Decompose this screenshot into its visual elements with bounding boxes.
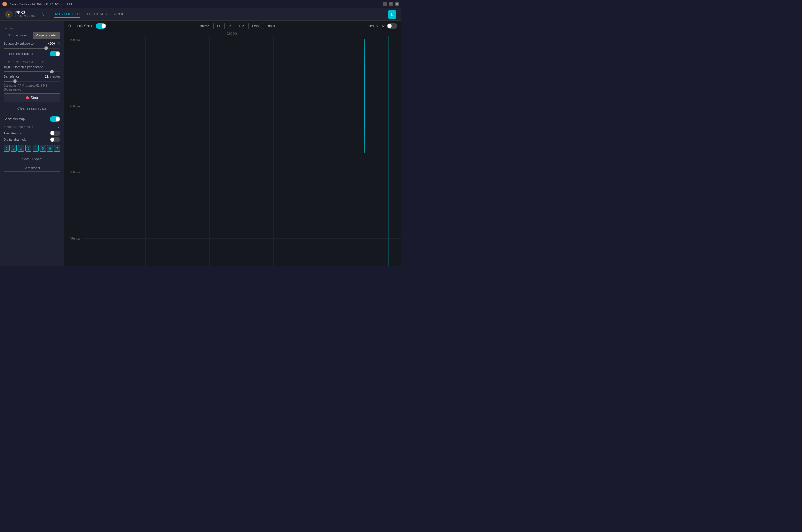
digital-channels-toggle[interactable] <box>50 137 60 142</box>
nav: ⚡ PPK2 E1B2F90E88BE ⚠ DATA LOGGERFEEDBAC… <box>0 8 401 21</box>
delta-label-top: Δ10:00m <box>64 32 401 36</box>
warning-icon: ⚠ <box>40 12 44 17</box>
ampere-meter-button[interactable]: Ampere meter <box>33 32 60 39</box>
lock-yaxis-toggle[interactable] <box>96 23 106 28</box>
chevron-up-icon: ▲ <box>57 126 60 129</box>
digital-channels-label: Digital channels <box>3 138 26 141</box>
stop-icon <box>26 96 29 99</box>
power-output-label: Enable power output <box>3 52 33 56</box>
svg-text:⚡: ⚡ <box>7 13 10 16</box>
nav-logo: ⚡ PPK2 E1B2F90E88BE ⚠ <box>5 10 44 19</box>
supply-voltage-label: Set supply voltage to <box>3 42 34 45</box>
titlebar-title: Power Profiler v4.0.0-beta6: E1B2F90E88B… <box>9 2 74 6</box>
power-output-toggle[interactable] <box>50 51 60 56</box>
lock-yaxis-label: Lock Y-axis <box>75 24 93 28</box>
mode-label: MODE <box>3 27 60 30</box>
source-meter-button[interactable]: Source meter <box>3 32 32 39</box>
nav-tab-about[interactable]: ABOUT <box>114 11 127 18</box>
timestamps-toggle[interactable] <box>50 131 60 136</box>
channel-btn-1[interactable]: 1 <box>11 145 17 152</box>
show-minimap-row: Show Minimap <box>3 116 60 122</box>
live-view: LIVE VIEW <box>368 23 398 28</box>
channel-btn-0[interactable]: 0 <box>3 145 10 152</box>
save-export-button[interactable]: Save / Export <box>3 155 60 163</box>
chart-main: 300 mA 250 mA 200 mA 150 mA 100 mA 50 mA… <box>64 36 401 266</box>
sample-for-slider[interactable] <box>3 80 60 82</box>
gear-icon[interactable]: ⚙ <box>68 24 72 28</box>
chart-svg <box>82 36 401 266</box>
sampling-label: SAMPLING PARAMETERS <box>3 60 60 63</box>
channel-btn-7[interactable]: 7 <box>54 145 60 152</box>
digital-channels-row: Digital channels <box>3 137 60 142</box>
timestamps-label: Timestamps <box>3 131 21 135</box>
live-view-label: LIVE VIEW <box>368 24 384 27</box>
nav-device-name: PPK2 <box>15 10 37 15</box>
channel-row: 01234567 <box>3 145 60 152</box>
y-label-250: 250 mA <box>66 104 80 108</box>
channel-btn-4[interactable]: 4 <box>33 145 39 152</box>
chart-area: Δ10:00m 300 mA 250 mA 200 mA 150 mA 100 … <box>64 32 401 266</box>
sample-for-label: Sample for <box>3 75 19 78</box>
titlebar-left: ⚡ Power Profiler v4.0.0-beta6: E1B2F90E8… <box>2 2 74 6</box>
time-btn-1min[interactable]: 1min <box>248 23 262 29</box>
samples-slider[interactable] <box>3 71 60 72</box>
time-btn-3s[interactable]: 3s <box>224 23 235 29</box>
samples-per-second: 10,000 samples per second <box>3 65 60 69</box>
show-minimap-label: Show Minimap <box>3 117 25 121</box>
sidebar: MODE Source meter Ampere meter Set suppl… <box>0 21 64 266</box>
time-btn-100ms[interactable]: 100ms <box>196 23 212 29</box>
time-btn-1s[interactable]: 1s <box>213 23 223 29</box>
app: ⚡ PPK2 E1B2F90E88BE ⚠ DATA LOGGERFEEDBAC… <box>0 8 401 266</box>
nrf-connect-icon: N <box>388 10 396 19</box>
main-area: ⚙ Lock Y-axis 100ms1s3s10s1min10min LIVE… <box>64 21 401 266</box>
timestamps-row: Timestamps <box>3 131 60 136</box>
live-view-toggle[interactable] <box>387 23 398 28</box>
nav-tabs: DATA LOGGERFEEDBACKABOUT <box>54 11 127 18</box>
y-label-300: 300 mA <box>66 38 80 41</box>
display-options-section: DISPLAY OPTIONS ▲ <box>3 126 60 129</box>
channel-btn-3[interactable]: 3 <box>25 145 32 152</box>
supply-voltage-value: 4200 mV <box>48 42 60 45</box>
maximize-button[interactable]: □ <box>389 2 393 6</box>
titlebar: ⚡ Power Profiler v4.0.0-beta6: E1B2F90E8… <box>0 0 401 8</box>
titlebar-controls[interactable]: — □ ✕ <box>383 2 399 6</box>
period-label: 100 us period <box>3 88 60 91</box>
time-btn-10min[interactable]: 10min <box>263 23 278 29</box>
lock-yaxis-row: Lock Y-axis <box>75 23 106 28</box>
clear-session-button[interactable]: Clear session data <box>3 104 60 113</box>
action-buttons: Save / Export Screenshot <box>3 155 60 173</box>
sample-for-row: Sample for 22 minutes <box>3 75 60 78</box>
nav-device-info: PPK2 E1B2F90E88BE <box>15 10 37 19</box>
chart-plot[interactable] <box>82 36 401 266</box>
y-axis: 300 mA 250 mA 200 mA 150 mA 100 mA 50 mA… <box>64 36 82 266</box>
y-label-200: 200 mA <box>66 171 80 174</box>
power-output-row: Enable power output <box>3 51 60 56</box>
nav-tab-feedback[interactable]: FEEDBACK <box>87 11 107 18</box>
chart-header: ⚙ Lock Y-axis 100ms1s3s10s1min10min LIVE… <box>64 21 401 32</box>
time-buttons: 100ms1s3s10s1min10min <box>196 23 278 29</box>
svg-text:N: N <box>391 13 393 16</box>
mode-buttons: Source meter Ampere meter <box>3 32 60 39</box>
channel-btn-5[interactable]: 5 <box>40 145 46 152</box>
nav-tab-data-logger[interactable]: DATA LOGGER <box>54 11 80 18</box>
minimize-button[interactable]: — <box>383 2 387 6</box>
estimated-ram: Estimated RAM required 52.8 MB <box>3 84 60 87</box>
stop-button[interactable]: Stop <box>3 93 60 102</box>
content: MODE Source meter Ampere meter Set suppl… <box>0 21 401 266</box>
show-minimap-toggle[interactable] <box>50 116 60 122</box>
app-icon: ⚡ <box>2 2 7 6</box>
nav-device-id: E1B2F90E88BE <box>15 15 37 18</box>
supply-voltage-row: Set supply voltage to 4200 mV <box>3 42 60 45</box>
sample-for-value: 22 minutes <box>45 75 60 78</box>
close-button[interactable]: ✕ <box>395 2 399 6</box>
nav-logo-icon: ⚡ <box>5 10 13 19</box>
screenshot-button[interactable]: Screenshot <box>3 164 60 172</box>
y-label-150: 150 mA <box>66 237 80 241</box>
channel-btn-2[interactable]: 2 <box>18 145 24 152</box>
channel-btn-6[interactable]: 6 <box>47 145 53 152</box>
supply-voltage-slider[interactable] <box>3 48 60 49</box>
time-btn-10s[interactable]: 10s <box>236 23 248 29</box>
